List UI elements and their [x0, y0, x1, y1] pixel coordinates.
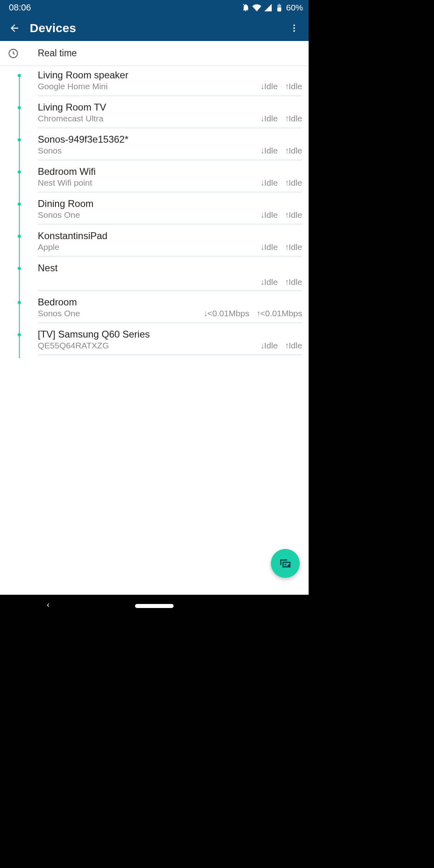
filter-label: Real time [38, 48, 77, 59]
up-arrow-icon: ↑ [285, 146, 289, 155]
device-row[interactable]: Living Room speakerGoogle Home Mini↓Idle… [0, 67, 309, 99]
device-rates: ↓Idle ↑Idle [260, 178, 302, 188]
usage-bar [38, 159, 302, 161]
device-name: Living Room speaker [38, 70, 302, 81]
device-type: Nest Wifi point [38, 178, 92, 188]
down-arrow-icon: ↓ [203, 309, 207, 318]
timeline-line [19, 227, 20, 260]
device-type: Sonos [38, 146, 62, 156]
down-rate: Idle [264, 341, 278, 350]
down-arrow-icon: ↓ [260, 82, 264, 91]
filter-realtime[interactable]: Real time [0, 41, 309, 66]
timeline-line [19, 326, 20, 358]
battery-icon [275, 3, 284, 12]
device-name: [TV] Samsung Q60 Series [38, 329, 302, 340]
down-arrow-icon: ↓ [260, 178, 264, 187]
down-arrow-icon: ↓ [260, 341, 264, 350]
status-dot-icon [18, 74, 21, 77]
device-type: QE55Q64RATXZG [38, 341, 109, 351]
status-dot-icon [18, 235, 21, 238]
signal-icon [264, 3, 272, 12]
device-row[interactable]: Sonos-949f3e15362*Sonos↓Idle ↑Idle [0, 131, 309, 163]
device-name: Bedroom [38, 297, 302, 308]
device-row[interactable]: [TV] Samsung Q60 SeriesQE55Q64RATXZG↓Idl… [0, 326, 309, 358]
priority-device-fab[interactable] [271, 549, 300, 578]
timeline-line [19, 195, 20, 227]
down-arrow-icon: ↓ [260, 146, 264, 155]
device-rates: ↓Idle ↑Idle [260, 82, 302, 91]
status-bar: 08:06 60% [0, 0, 309, 15]
usage-bar [38, 127, 302, 129]
down-arrow-icon: ↓ [260, 210, 264, 219]
timeline-line [19, 260, 20, 294]
up-rate: Idle [289, 210, 302, 219]
nav-home-pill[interactable] [135, 604, 174, 608]
up-rate: <0.01Mbps [260, 309, 303, 318]
device-rates: ↓Idle ↑Idle [260, 341, 302, 350]
status-battery: 60% [286, 3, 303, 12]
device-rates: ↓Idle ↑Idle [260, 242, 302, 252]
usage-bar [38, 191, 302, 193]
down-rate: Idle [264, 277, 278, 287]
usage-bar [38, 322, 302, 323]
device-row[interactable]: KonstantinsiPadApple↓Idle ↑Idle [0, 227, 309, 260]
up-rate: Idle [289, 178, 302, 187]
device-rates: ↓Idle ↑Idle [260, 114, 302, 123]
device-row[interactable]: BedroomSonos One↓<0.01Mbps ↑<0.01Mbps [0, 294, 309, 326]
down-rate: Idle [264, 242, 278, 252]
up-rate: Idle [289, 277, 302, 287]
usage-bar [38, 256, 302, 257]
usage-bar [38, 290, 302, 291]
clock-icon [7, 47, 19, 59]
device-name: KonstantinsiPad [38, 230, 302, 242]
device-name: Dining Room [38, 198, 302, 209]
device-rates: ↓Idle ↑Idle [260, 210, 302, 220]
system-nav-bar [0, 595, 309, 617]
device-type: Apple [38, 242, 59, 253]
device-name: Living Room TV [38, 102, 302, 113]
nav-back-icon[interactable] [44, 602, 51, 610]
status-dot-icon [18, 267, 21, 270]
device-rates: ↓Idle ↑Idle [260, 277, 302, 287]
down-arrow-icon: ↓ [260, 277, 264, 287]
device-type: Google Home Mini [38, 82, 108, 92]
status-dot-icon [18, 301, 21, 304]
timeline-line [19, 163, 20, 195]
device-row[interactable]: Bedroom WifiNest Wifi point↓Idle ↑Idle [0, 163, 309, 195]
device-row[interactable]: Living Room TVChromecast Ultra↓Idle ↑Idl… [0, 99, 309, 131]
down-rate: Idle [264, 114, 278, 123]
timeline-line [19, 131, 20, 163]
up-arrow-icon: ↑ [285, 114, 289, 123]
content-area: Real time Living Room speakerGoogle Home… [0, 41, 309, 595]
up-arrow-icon: ↑ [285, 341, 289, 350]
up-arrow-icon: ↑ [285, 277, 289, 287]
page-title: Devices [30, 21, 285, 35]
up-rate: Idle [289, 114, 302, 123]
up-arrow-icon: ↑ [285, 82, 289, 91]
status-dot-icon [18, 203, 21, 206]
timeline-line [19, 74, 20, 99]
status-dot-icon [18, 138, 21, 141]
device-list: Living Room speakerGoogle Home Mini↓Idle… [0, 66, 309, 358]
wifi-icon [252, 3, 261, 12]
usage-bar [38, 223, 302, 225]
status-dot-icon [18, 170, 21, 174]
overflow-menu-button[interactable] [285, 18, 304, 38]
up-arrow-icon: ↑ [285, 210, 289, 219]
usage-bar [38, 95, 302, 96]
timeline-line [19, 294, 20, 326]
timeline-line [19, 99, 20, 131]
device-row[interactable]: Dining RoomSonos One↓Idle ↑Idle [0, 195, 309, 227]
up-rate: Idle [289, 146, 302, 155]
up-rate: Idle [289, 341, 302, 350]
svg-rect-5 [288, 565, 289, 567]
device-row[interactable]: Nest↓Idle ↑Idle [0, 260, 309, 294]
down-rate: Idle [264, 210, 278, 219]
status-dot-icon [18, 333, 21, 336]
down-rate: Idle [264, 82, 278, 91]
device-type: Sonos One [38, 309, 80, 319]
app-bar: Devices [0, 15, 309, 41]
back-button[interactable] [5, 18, 24, 38]
svg-point-1 [293, 25, 295, 26]
svg-point-2 [293, 27, 295, 29]
